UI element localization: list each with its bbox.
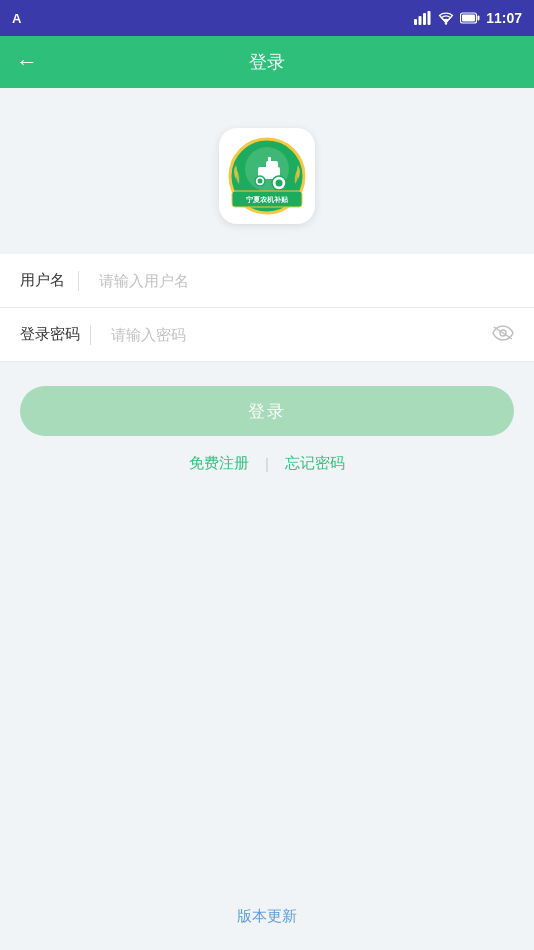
- battery-icon: [460, 12, 480, 24]
- password-input[interactable]: [103, 326, 492, 343]
- svg-rect-7: [462, 15, 475, 22]
- status-time: 11:07: [486, 10, 522, 26]
- form-area: 用户名 登录密码: [0, 254, 534, 362]
- logo-area: 宁夏农机补贴: [0, 88, 534, 254]
- page-title: 登录: [249, 50, 285, 74]
- version-update-link[interactable]: 版本更新: [237, 907, 297, 926]
- svg-rect-1: [419, 16, 422, 25]
- back-button[interactable]: ←: [16, 49, 38, 75]
- login-button[interactable]: 登录: [20, 386, 514, 436]
- svg-rect-12: [266, 161, 278, 171]
- wifi-icon: [438, 12, 454, 25]
- svg-text:宁夏农机补贴: 宁夏农机补贴: [246, 195, 289, 204]
- content-area: 宁夏农机补贴 用户名 登录密码: [0, 88, 534, 491]
- svg-rect-0: [414, 19, 417, 25]
- register-link[interactable]: 免费注册: [189, 454, 249, 473]
- username-row: 用户名: [0, 254, 534, 308]
- logo-inner: 宁夏农机补贴: [227, 136, 307, 216]
- password-label: 登录密码: [20, 325, 90, 344]
- status-bar-right: 11:07: [414, 10, 522, 26]
- password-row: 登录密码: [0, 308, 534, 362]
- divider2: [90, 325, 91, 345]
- status-bar-left: A: [12, 11, 21, 26]
- username-input[interactable]: [91, 272, 514, 289]
- app-bar: ← 登录: [0, 36, 534, 88]
- logo-svg: 宁夏农机补贴: [228, 137, 306, 215]
- divider: [78, 271, 79, 291]
- status-bar: A 11:07: [0, 0, 534, 36]
- svg-point-4: [445, 22, 447, 24]
- signal-icon: [414, 11, 432, 25]
- login-button-area: 登录: [0, 362, 534, 436]
- forgot-password-link[interactable]: 忘记密码: [285, 454, 345, 473]
- link-divider: |: [265, 455, 269, 472]
- app-indicator: A: [12, 11, 21, 26]
- svg-point-14: [258, 179, 263, 184]
- username-label: 用户名: [20, 271, 78, 290]
- svg-rect-3: [428, 11, 431, 25]
- links-area: 免费注册 | 忘记密码: [0, 436, 534, 491]
- bottom-area: 版本更新: [0, 907, 534, 926]
- svg-rect-17: [268, 157, 271, 163]
- app-logo: 宁夏农机补贴: [219, 128, 315, 224]
- toggle-password-icon[interactable]: [492, 323, 514, 346]
- svg-rect-2: [423, 13, 426, 25]
- svg-rect-6: [478, 16, 480, 21]
- svg-point-16: [276, 180, 283, 187]
